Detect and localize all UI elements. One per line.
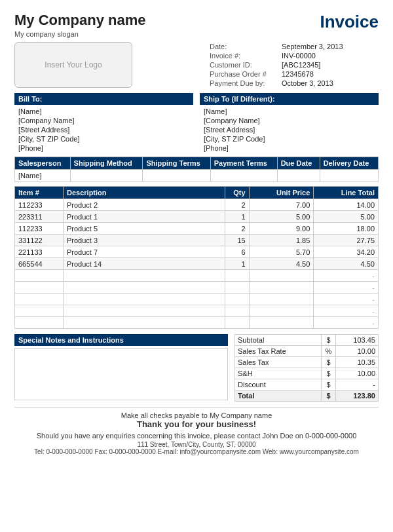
total-label: Sales Tax — [235, 357, 322, 368]
table-row: - — [15, 270, 379, 282]
total-row: Sales Tax$10.35 — [235, 357, 379, 368]
total-row: Sales Tax Rate%10.00 — [235, 346, 379, 357]
shipping-col-header: Due Date — [277, 157, 320, 170]
item-cell: Product 2 — [64, 199, 225, 211]
address-section: Bill To: [Name] [Company Name] [Street A… — [14, 93, 379, 153]
total-row: S&H$10.00 — [235, 368, 379, 379]
ship-to-line-3: [City, ST ZIP Code] — [200, 134, 379, 143]
bill-to-line-2: [Street Address] — [14, 125, 193, 134]
company-name: My Company name — [14, 12, 146, 29]
empty-cell — [64, 282, 225, 294]
total-label: S&H — [235, 368, 322, 379]
item-cell: 27.75 — [314, 235, 379, 246]
empty-cell — [249, 294, 314, 305]
bill-to-header: Bill To: — [14, 93, 193, 105]
item-cell: 665544 — [15, 258, 64, 270]
footer-contact: Tel: 0-000-000-0000 Fax: 0-000-000-0000 … — [14, 448, 379, 455]
notes-box: Special Notes and Instructions — [14, 334, 228, 402]
empty-cell — [15, 294, 64, 305]
ship-to-line-0: [Name] — [200, 107, 379, 116]
empty-cell — [249, 305, 314, 317]
shipping-table: SalespersonShipping MethodShipping Terms… — [14, 157, 379, 182]
table-row: 112233Product 227.0014.00 — [15, 199, 379, 211]
total-symbol: $ — [322, 357, 336, 368]
item-cell: 4.50 — [249, 258, 314, 270]
item-cell: 18.00 — [314, 223, 379, 235]
empty-cell — [64, 270, 225, 282]
items-body: 112233Product 227.0014.00223311Product 1… — [15, 199, 379, 329]
invoice-value: INV-00000 — [280, 51, 379, 60]
shipping-cell — [320, 170, 378, 182]
shipping-cell — [143, 170, 210, 182]
empty-cell — [64, 317, 225, 329]
shipping-cell — [277, 170, 320, 182]
bill-to-line-0: [Name] — [14, 107, 193, 116]
thank-you: Thank you for your business! — [14, 419, 379, 429]
item-cell: Product 1 — [64, 211, 225, 223]
table-row: 223311Product 115.005.00 — [15, 211, 379, 223]
enquiries-line: Should you have any enquiries concerning… — [14, 432, 379, 440]
bill-to-line-3: [City, ST ZIP Code] — [14, 134, 193, 143]
empty-cell — [225, 294, 249, 305]
customer-label: Customer ID: — [208, 60, 280, 69]
shipping-col-header: Shipping Terms — [143, 157, 210, 170]
item-cell: 7.00 — [249, 199, 314, 211]
due-value: October 3, 2013 — [280, 79, 379, 88]
col-unit: Unit Price — [249, 187, 314, 199]
total-symbol: % — [322, 346, 336, 357]
col-item: Item # — [15, 187, 64, 199]
empty-cell — [225, 282, 249, 294]
checks-line: Make all checks payable to My Company na… — [14, 411, 379, 419]
total-row: Discount$- — [235, 379, 379, 390]
bill-to-line-1: [Company Name] — [14, 116, 193, 125]
item-cell: 15 — [225, 235, 249, 246]
date-value: September 3, 2013 — [280, 42, 379, 51]
empty-cell — [15, 282, 64, 294]
item-cell: 1.85 — [249, 235, 314, 246]
total-value: 10.00 — [336, 368, 379, 379]
date-label: Date: — [208, 42, 280, 51]
items-header: Item # Description Qty Unit Price Line T… — [15, 187, 379, 199]
items-table: Item # Description Qty Unit Price Line T… — [14, 186, 379, 329]
total-row: Total$123.80 — [235, 390, 379, 402]
total-symbol: $ — [322, 368, 336, 379]
bill-to-box: Bill To: [Name] [Company Name] [Street A… — [14, 93, 193, 153]
item-cell: 6 — [225, 246, 249, 258]
item-cell: 221133 — [15, 246, 64, 258]
header: My Company name My company slogan Invoic… — [14, 12, 379, 38]
item-cell: 9.00 — [249, 223, 314, 235]
total-value: - — [336, 379, 379, 390]
table-row: 221133Product 765.7034.20 — [15, 246, 379, 258]
item-cell: 14.00 — [314, 199, 379, 211]
item-cell: 112233 — [15, 199, 64, 211]
footer: Make all checks payable to My Company na… — [14, 407, 379, 455]
empty-cell — [249, 282, 314, 294]
item-cell: 223311 — [15, 211, 64, 223]
ship-to-line-1: [Company Name] — [200, 116, 379, 125]
item-cell: Product 5 — [64, 223, 225, 235]
empty-cell: - — [314, 270, 379, 282]
ship-to-line-2: [Street Address] — [200, 125, 379, 134]
item-cell: 331122 — [15, 235, 64, 246]
col-total: Line Total — [314, 187, 379, 199]
table-row: - — [15, 305, 379, 317]
company-slogan: My company slogan — [14, 30, 146, 38]
total-label: Sales Tax Rate — [235, 346, 322, 357]
table-row: 331122Product 3151.8527.75 — [15, 235, 379, 246]
shipping-col-header: Shipping Method — [70, 157, 143, 170]
table-row: 112233Product 529.0018.00 — [15, 223, 379, 235]
item-cell: 2 — [225, 223, 249, 235]
item-cell: Product 7 — [64, 246, 225, 258]
item-cell: 5.70 — [249, 246, 314, 258]
shipping-cell — [210, 170, 277, 182]
ship-to-header: Ship To (If Different): — [200, 93, 379, 105]
item-cell: 2 — [225, 199, 249, 211]
item-cell: Product 3 — [64, 235, 225, 246]
col-desc: Description — [64, 187, 225, 199]
total-value: 10.35 — [336, 357, 379, 368]
empty-cell — [64, 305, 225, 317]
totals-box: Subtotal$103.45Sales Tax Rate%10.00Sales… — [234, 334, 379, 402]
empty-cell — [249, 270, 314, 282]
shipping-col-header: Salesperson — [15, 157, 71, 170]
total-symbol: $ — [322, 390, 336, 402]
